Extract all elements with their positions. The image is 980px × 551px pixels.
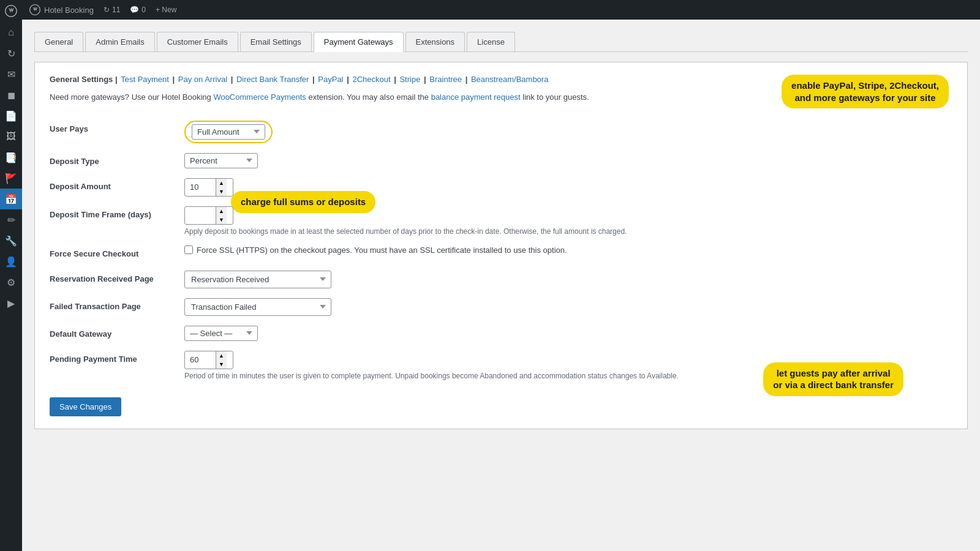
sidebar-item-pencil[interactable]: ✏ (0, 209, 22, 230)
tabs: General Admin Emails Customer Emails Ema… (34, 32, 968, 52)
tab-email-settings[interactable]: Email Settings (240, 32, 312, 51)
gen-settings-label: General Settings (50, 75, 113, 84)
sidebar-item-user[interactable]: 👤 (0, 251, 22, 272)
tab-admin-emails[interactable]: Admin Emails (85, 32, 154, 51)
topbar: Hotel Booking ↻ 11 💬 0 + New (22, 0, 980, 20)
nav-braintree[interactable]: Braintree (429, 75, 462, 84)
settings-page: enable PayPal, Stripe, 2Checkout,and mor… (34, 62, 968, 429)
sidebar-item-posts[interactable]: 📄 (0, 105, 22, 126)
default-gateway-label: Default Gateway (50, 329, 111, 339)
topbar-comments[interactable]: 💬 0 (130, 6, 146, 14)
deposit-timeframe-input[interactable] (185, 208, 216, 222)
row-deposit-amount: Deposit Amount ▲ ▼ (50, 173, 952, 201)
deposit-timeframe-description: Apply deposit to bookings made in at lea… (184, 227, 952, 236)
failed-transaction-label: Failed Transaction Page (50, 302, 141, 311)
deposit-type-label: Deposit Type (50, 157, 99, 166)
force-secure-checkbox[interactable] (184, 246, 193, 254)
sidebar-item-home[interactable]: ⌂ (0, 22, 22, 43)
tab-general[interactable]: General (34, 32, 83, 51)
user-pays-select[interactable]: Full Amount Deposit (192, 124, 265, 140)
tab-payment-gateways[interactable]: Payment Gateways (314, 32, 404, 52)
main-wrap: Hotel Booking ↻ 11 💬 0 + New General Adm… (22, 0, 980, 551)
page-content: General Admin Emails Customer Emails Ema… (22, 20, 980, 551)
updates-icon: ↻ (104, 6, 110, 14)
tab-extensions[interactable]: Extensions (405, 32, 466, 51)
deposit-type-select[interactable]: Percent Fixed (184, 153, 258, 168)
row-failed-transaction: Failed Transaction Page Transaction Fail… (50, 293, 952, 321)
sidebar-item-pages[interactable]: 📑 (0, 147, 22, 168)
nav-test-payment[interactable]: Test Payment (121, 75, 169, 84)
topbar-updates[interactable]: ↻ 11 (104, 6, 120, 14)
nav-pay-on-arrival[interactable]: Pay on Arrival (178, 75, 227, 84)
sidebar: ⌂ ↻ ✉ ◼ 📄 🖼 📑 🚩 📅 ✏ 🔧 👤 ⚙ ▶ (0, 0, 22, 551)
nav-paypal[interactable]: PayPal (318, 75, 343, 84)
nav-direct-bank[interactable]: Direct Bank Transfer (236, 75, 309, 84)
nav-beanstream[interactable]: Beanstream/Bambora (471, 75, 548, 84)
row-default-gateway: Default Gateway — Select — PayPal Stripe… (50, 321, 952, 346)
sidebar-item-plugin[interactable]: ▶ (0, 293, 22, 313)
deposit-timeframe-up[interactable]: ▲ (216, 207, 227, 216)
sidebar-item-settings[interactable]: ⚙ (0, 272, 22, 293)
comments-count: 0 (141, 6, 146, 14)
deposit-amount-down[interactable]: ▼ (216, 187, 227, 196)
deposit-amount-up[interactable]: ▲ (216, 179, 227, 187)
deposit-amount-spin: ▲ ▼ (216, 179, 227, 196)
site-name: Hotel Booking (44, 6, 94, 15)
topbar-new[interactable]: + New (156, 6, 176, 14)
pending-payment-input[interactable] (185, 353, 216, 367)
row-deposit-timeframe: Deposit Time Frame (days) ▲ ▼ (50, 201, 952, 241)
deposit-amount-wrap: ▲ ▼ (184, 178, 233, 197)
sidebar-item-comments[interactable]: ✉ (0, 64, 22, 84)
pending-payment-label: Pending Payment Time (50, 354, 137, 364)
row-pending-payment: Pending Payment Time ▲ ▼ Period of time … (50, 346, 952, 385)
balance-payment-link[interactable]: balance payment request (431, 92, 521, 102)
force-secure-check-label: Force SSL (HTTPS) on the checkout pages.… (197, 246, 567, 255)
user-pays-circle: Full Amount Deposit (184, 121, 273, 143)
new-label: + New (156, 6, 176, 14)
info-text: Need more gateways? Use our Hotel Bookin… (50, 91, 952, 103)
save-button[interactable]: Save Changes (50, 397, 121, 416)
row-reservation-received: Reservation Received Page Reservation Re… (50, 266, 952, 293)
deposit-timeframe-wrap: ▲ ▼ (184, 206, 233, 225)
form-table: User Pays Full Amount Deposit (50, 116, 952, 385)
deposit-timeframe-down[interactable]: ▼ (216, 216, 227, 224)
wp-logo (0, 0, 22, 22)
default-gateway-select[interactable]: — Select — PayPal Stripe 2Checkout (184, 326, 258, 341)
deposit-type-wrap: Percent Fixed charge full sums or deposi… (184, 153, 952, 168)
deposit-amount-label: Deposit Amount (50, 182, 111, 191)
user-pays-label: User Pays (50, 124, 88, 133)
gen-nav: General Settings | Test Payment | Pay on… (50, 75, 952, 84)
pending-payment-up[interactable]: ▲ (216, 351, 227, 360)
topbar-site[interactable]: Hotel Booking (29, 4, 94, 15)
tab-license[interactable]: License (467, 32, 515, 51)
woocommerce-link[interactable]: WooCommerce Payments (213, 92, 306, 102)
sidebar-item-flag[interactable]: 🚩 (0, 168, 22, 189)
comments-icon: 💬 (130, 6, 139, 14)
updates-count: 11 (112, 6, 120, 14)
row-deposit-type: Deposit Type Percent Fixed charge full s… (50, 148, 952, 173)
pending-payment-down[interactable]: ▼ (216, 360, 227, 369)
sidebar-item-updates[interactable]: ↻ (0, 43, 22, 64)
nav-stripe[interactable]: Stripe (399, 75, 420, 84)
nav-2checkout[interactable]: 2Checkout (352, 75, 390, 84)
deposit-amount-input[interactable] (185, 180, 216, 194)
force-secure-label: Force Secure Checkout (50, 249, 138, 258)
reservation-received-label: Reservation Received Page (50, 274, 154, 283)
failed-transaction-select[interactable]: Transaction Failed Home About (184, 298, 331, 316)
deposit-timeframe-spin: ▲ ▼ (216, 207, 227, 224)
sidebar-item-media[interactable]: 🖼 (0, 126, 22, 147)
pending-payment-description: Period of time in minutes the user is gi… (184, 372, 952, 380)
sidebar-item-tools[interactable]: 🔧 (0, 230, 22, 251)
force-secure-check-wrap: Force SSL (HTTPS) on the checkout pages.… (184, 246, 952, 255)
tab-customer-emails[interactable]: Customer Emails (157, 32, 238, 51)
pending-payment-spin: ▲ ▼ (216, 351, 227, 369)
user-pays-wrap: Full Amount Deposit (184, 121, 952, 143)
row-force-secure: Force Secure Checkout Force SSL (HTTPS) … (50, 241, 952, 266)
reservation-received-select[interactable]: Reservation Received Home About (184, 271, 331, 288)
sidebar-item-booking[interactable]: 📅 (0, 189, 22, 209)
sidebar-item-dashboard[interactable]: ◼ (0, 84, 22, 105)
deposit-timeframe-label: Deposit Time Frame (days) (50, 210, 151, 219)
row-user-pays: User Pays Full Amount Deposit (50, 116, 952, 148)
pending-payment-wrap: ▲ ▼ (184, 351, 233, 369)
